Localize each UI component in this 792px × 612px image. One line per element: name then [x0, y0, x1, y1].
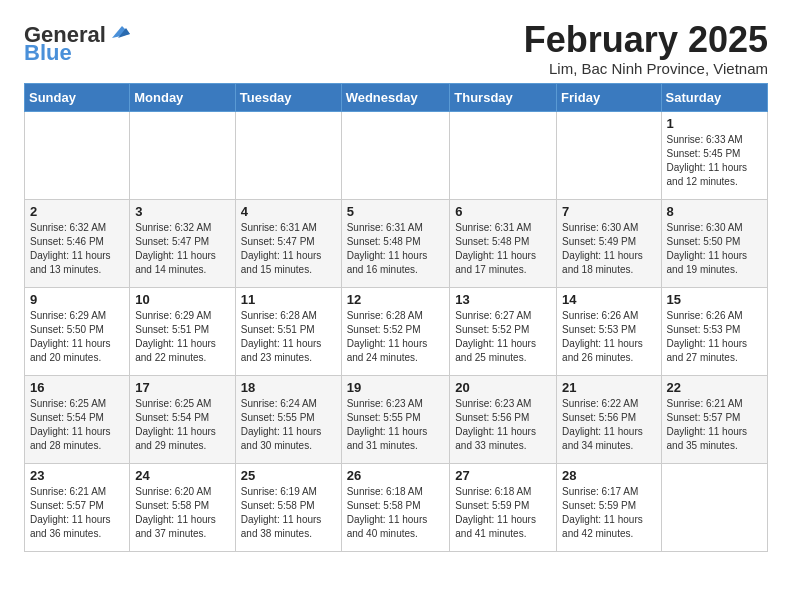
day-number: 13 — [455, 292, 551, 307]
calendar-day-cell: 16Sunrise: 6:25 AM Sunset: 5:54 PM Dayli… — [25, 375, 130, 463]
calendar-body: 1Sunrise: 6:33 AM Sunset: 5:45 PM Daylig… — [25, 111, 768, 551]
page-header: General Blue February 2025 Lim, Bac Ninh… — [24, 20, 768, 77]
calendar-day-cell — [661, 463, 767, 551]
calendar-day-cell: 4Sunrise: 6:31 AM Sunset: 5:47 PM Daylig… — [235, 199, 341, 287]
day-info: Sunrise: 6:20 AM Sunset: 5:58 PM Dayligh… — [135, 486, 216, 539]
day-number: 19 — [347, 380, 445, 395]
calendar-day-cell: 11Sunrise: 6:28 AM Sunset: 5:51 PM Dayli… — [235, 287, 341, 375]
calendar-week-row: 1Sunrise: 6:33 AM Sunset: 5:45 PM Daylig… — [25, 111, 768, 199]
day-number: 5 — [347, 204, 445, 219]
calendar-day-cell — [235, 111, 341, 199]
day-info: Sunrise: 6:31 AM Sunset: 5:47 PM Dayligh… — [241, 222, 322, 275]
day-info: Sunrise: 6:26 AM Sunset: 5:53 PM Dayligh… — [667, 310, 748, 363]
calendar-table: SundayMondayTuesdayWednesdayThursdayFrid… — [24, 83, 768, 552]
day-number: 28 — [562, 468, 655, 483]
day-number: 27 — [455, 468, 551, 483]
day-number: 11 — [241, 292, 336, 307]
weekday-header-cell: Friday — [557, 83, 661, 111]
calendar-day-cell — [341, 111, 450, 199]
weekday-header-cell: Tuesday — [235, 83, 341, 111]
calendar-day-cell — [450, 111, 557, 199]
calendar-day-cell: 25Sunrise: 6:19 AM Sunset: 5:58 PM Dayli… — [235, 463, 341, 551]
logo-icon — [108, 24, 130, 42]
title-area: February 2025 Lim, Bac Ninh Province, Vi… — [524, 20, 768, 77]
day-number: 7 — [562, 204, 655, 219]
calendar-week-row: 16Sunrise: 6:25 AM Sunset: 5:54 PM Dayli… — [25, 375, 768, 463]
calendar-day-cell: 2Sunrise: 6:32 AM Sunset: 5:46 PM Daylig… — [25, 199, 130, 287]
day-info: Sunrise: 6:27 AM Sunset: 5:52 PM Dayligh… — [455, 310, 536, 363]
day-number: 3 — [135, 204, 230, 219]
calendar-day-cell: 27Sunrise: 6:18 AM Sunset: 5:59 PM Dayli… — [450, 463, 557, 551]
calendar-day-cell — [130, 111, 236, 199]
day-number: 22 — [667, 380, 762, 395]
day-info: Sunrise: 6:30 AM Sunset: 5:50 PM Dayligh… — [667, 222, 748, 275]
weekday-header-cell: Wednesday — [341, 83, 450, 111]
calendar-day-cell: 6Sunrise: 6:31 AM Sunset: 5:48 PM Daylig… — [450, 199, 557, 287]
day-info: Sunrise: 6:29 AM Sunset: 5:51 PM Dayligh… — [135, 310, 216, 363]
day-info: Sunrise: 6:17 AM Sunset: 5:59 PM Dayligh… — [562, 486, 643, 539]
day-info: Sunrise: 6:18 AM Sunset: 5:58 PM Dayligh… — [347, 486, 428, 539]
day-number: 14 — [562, 292, 655, 307]
month-title: February 2025 — [524, 20, 768, 60]
day-number: 21 — [562, 380, 655, 395]
calendar-day-cell: 21Sunrise: 6:22 AM Sunset: 5:56 PM Dayli… — [557, 375, 661, 463]
day-info: Sunrise: 6:18 AM Sunset: 5:59 PM Dayligh… — [455, 486, 536, 539]
location-title: Lim, Bac Ninh Province, Vietnam — [524, 60, 768, 77]
day-info: Sunrise: 6:23 AM Sunset: 5:55 PM Dayligh… — [347, 398, 428, 451]
weekday-header-cell: Sunday — [25, 83, 130, 111]
weekday-header-cell: Monday — [130, 83, 236, 111]
calendar-day-cell: 14Sunrise: 6:26 AM Sunset: 5:53 PM Dayli… — [557, 287, 661, 375]
day-number: 17 — [135, 380, 230, 395]
day-number: 26 — [347, 468, 445, 483]
calendar-day-cell: 26Sunrise: 6:18 AM Sunset: 5:58 PM Dayli… — [341, 463, 450, 551]
day-info: Sunrise: 6:33 AM Sunset: 5:45 PM Dayligh… — [667, 134, 748, 187]
calendar-day-cell: 3Sunrise: 6:32 AM Sunset: 5:47 PM Daylig… — [130, 199, 236, 287]
calendar-day-cell: 20Sunrise: 6:23 AM Sunset: 5:56 PM Dayli… — [450, 375, 557, 463]
calendar-day-cell: 19Sunrise: 6:23 AM Sunset: 5:55 PM Dayli… — [341, 375, 450, 463]
calendar-day-cell: 13Sunrise: 6:27 AM Sunset: 5:52 PM Dayli… — [450, 287, 557, 375]
day-number: 10 — [135, 292, 230, 307]
calendar-week-row: 9Sunrise: 6:29 AM Sunset: 5:50 PM Daylig… — [25, 287, 768, 375]
day-number: 12 — [347, 292, 445, 307]
calendar-day-cell: 22Sunrise: 6:21 AM Sunset: 5:57 PM Dayli… — [661, 375, 767, 463]
day-info: Sunrise: 6:28 AM Sunset: 5:51 PM Dayligh… — [241, 310, 322, 363]
day-info: Sunrise: 6:24 AM Sunset: 5:55 PM Dayligh… — [241, 398, 322, 451]
calendar-day-cell — [557, 111, 661, 199]
calendar-day-cell: 15Sunrise: 6:26 AM Sunset: 5:53 PM Dayli… — [661, 287, 767, 375]
calendar-day-cell: 18Sunrise: 6:24 AM Sunset: 5:55 PM Dayli… — [235, 375, 341, 463]
day-info: Sunrise: 6:23 AM Sunset: 5:56 PM Dayligh… — [455, 398, 536, 451]
weekday-header-cell: Thursday — [450, 83, 557, 111]
calendar-week-row: 2Sunrise: 6:32 AM Sunset: 5:46 PM Daylig… — [25, 199, 768, 287]
day-number: 16 — [30, 380, 124, 395]
day-number: 8 — [667, 204, 762, 219]
day-number: 6 — [455, 204, 551, 219]
calendar-day-cell: 8Sunrise: 6:30 AM Sunset: 5:50 PM Daylig… — [661, 199, 767, 287]
logo: General Blue — [24, 24, 130, 64]
day-number: 1 — [667, 116, 762, 131]
day-info: Sunrise: 6:32 AM Sunset: 5:46 PM Dayligh… — [30, 222, 111, 275]
day-info: Sunrise: 6:21 AM Sunset: 5:57 PM Dayligh… — [667, 398, 748, 451]
calendar-day-cell: 1Sunrise: 6:33 AM Sunset: 5:45 PM Daylig… — [661, 111, 767, 199]
day-info: Sunrise: 6:21 AM Sunset: 5:57 PM Dayligh… — [30, 486, 111, 539]
day-info: Sunrise: 6:22 AM Sunset: 5:56 PM Dayligh… — [562, 398, 643, 451]
calendar-day-cell: 23Sunrise: 6:21 AM Sunset: 5:57 PM Dayli… — [25, 463, 130, 551]
day-info: Sunrise: 6:29 AM Sunset: 5:50 PM Dayligh… — [30, 310, 111, 363]
day-info: Sunrise: 6:31 AM Sunset: 5:48 PM Dayligh… — [455, 222, 536, 275]
calendar-day-cell: 28Sunrise: 6:17 AM Sunset: 5:59 PM Dayli… — [557, 463, 661, 551]
day-number: 25 — [241, 468, 336, 483]
day-number: 4 — [241, 204, 336, 219]
calendar-day-cell: 24Sunrise: 6:20 AM Sunset: 5:58 PM Dayli… — [130, 463, 236, 551]
logo-blue-text: Blue — [24, 42, 72, 64]
day-number: 9 — [30, 292, 124, 307]
calendar-day-cell: 5Sunrise: 6:31 AM Sunset: 5:48 PM Daylig… — [341, 199, 450, 287]
calendar-day-cell — [25, 111, 130, 199]
calendar-day-cell: 9Sunrise: 6:29 AM Sunset: 5:50 PM Daylig… — [25, 287, 130, 375]
day-info: Sunrise: 6:31 AM Sunset: 5:48 PM Dayligh… — [347, 222, 428, 275]
day-info: Sunrise: 6:25 AM Sunset: 5:54 PM Dayligh… — [135, 398, 216, 451]
calendar-week-row: 23Sunrise: 6:21 AM Sunset: 5:57 PM Dayli… — [25, 463, 768, 551]
day-info: Sunrise: 6:30 AM Sunset: 5:49 PM Dayligh… — [562, 222, 643, 275]
calendar-day-cell: 17Sunrise: 6:25 AM Sunset: 5:54 PM Dayli… — [130, 375, 236, 463]
day-info: Sunrise: 6:25 AM Sunset: 5:54 PM Dayligh… — [30, 398, 111, 451]
day-number: 18 — [241, 380, 336, 395]
calendar-day-cell: 10Sunrise: 6:29 AM Sunset: 5:51 PM Dayli… — [130, 287, 236, 375]
